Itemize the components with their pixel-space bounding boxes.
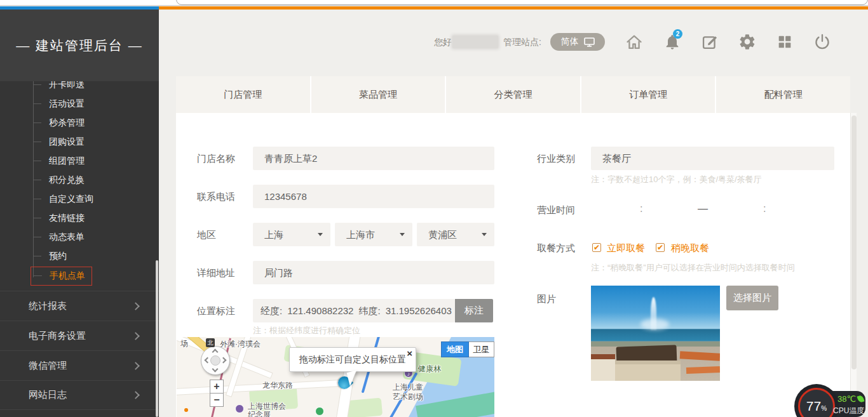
home-button[interactable] bbox=[625, 33, 643, 51]
module-tabbar: 门店管理 菜品管理 分类管理 订单管理 配料管理 bbox=[176, 76, 850, 113]
industry-input[interactable]: 茶餐厅 bbox=[591, 147, 834, 170]
phone-label: 联系电话 bbox=[197, 191, 235, 203]
power-icon bbox=[813, 33, 831, 51]
chevron-right-icon bbox=[132, 302, 140, 310]
tree-stub bbox=[33, 218, 41, 218]
sidebar-item-friend-links[interactable]: 友情链接 bbox=[33, 213, 85, 224]
pickup-later-checkbox[interactable]: ✔ bbox=[656, 243, 665, 252]
tab-ingredient-manage[interactable]: 配料管理 bbox=[715, 76, 850, 113]
industry-label: 行业类别 bbox=[537, 153, 575, 165]
apps-button[interactable] bbox=[776, 33, 794, 51]
sidebar: — 建站管理后台 — 开卡即送 活动设置 秒杀管理 团购设置 组团管理 积分兑换… bbox=[0, 10, 159, 417]
map-view-button[interactable]: 地图 bbox=[441, 341, 469, 357]
mark-location-button[interactable]: 标注 bbox=[455, 299, 493, 322]
tab-category-manage[interactable]: 分类管理 bbox=[445, 76, 580, 113]
pan-left-icon[interactable] bbox=[205, 357, 211, 364]
address-label: 详细地址 bbox=[197, 267, 235, 279]
map-zoom-in-button[interactable]: + bbox=[210, 380, 224, 394]
pickup-now-label[interactable]: 立即取餐 bbox=[607, 242, 645, 255]
map-label-park: 健康林 bbox=[418, 364, 441, 374]
pickup-label: 取餐方式 bbox=[537, 242, 575, 255]
coordinates-field[interactable]: 经度: 121.490882232 纬度: 31.1952626403 bbox=[253, 299, 455, 322]
sidebar-item-mobile-ordering-active[interactable]: 手机点单 bbox=[31, 267, 92, 286]
language-switch-button[interactable]: 简体 bbox=[550, 33, 605, 51]
caret-down-icon bbox=[318, 233, 323, 236]
location-label: 位置标注 bbox=[197, 305, 235, 317]
tab-order-manage[interactable]: 订单管理 bbox=[580, 76, 715, 113]
tree-stub bbox=[33, 256, 41, 256]
logout-button[interactable] bbox=[813, 33, 831, 51]
map-label-road: 龙华东路 bbox=[262, 380, 293, 391]
phone-input[interactable]: 12345678 bbox=[253, 185, 494, 208]
map-pan-control[interactable] bbox=[201, 346, 230, 375]
sidebar-item-wechat-manage[interactable]: 微信管理 bbox=[0, 350, 159, 380]
leaf-icon bbox=[857, 395, 864, 403]
caret-down-icon bbox=[482, 233, 487, 236]
map-label-bund: 外滩·湾璞会 bbox=[220, 339, 261, 350]
sidebar-item-site-logs[interactable]: 网站日志 bbox=[0, 380, 159, 410]
tree-stub bbox=[33, 84, 41, 85]
address-input[interactable]: 局门路 bbox=[253, 261, 494, 284]
pickup-now-checkbox[interactable]: ✔ bbox=[592, 243, 601, 252]
north-indicator: 北 bbox=[206, 338, 215, 347]
tree-stub bbox=[33, 237, 41, 237]
map-label-theater-2: 艺术剧场 bbox=[393, 392, 423, 402]
admin-page: — 建站管理后台 — 开卡即送 活动设置 秒杀管理 团购设置 组团管理 积分兑换… bbox=[0, 0, 868, 417]
park-poi-icon[interactable] bbox=[315, 407, 324, 416]
location-map[interactable]: 外滩·湾璞会 场 龙华东路 健康林 上海世博会 纪念展 上海儿童 艺术剧场 ♪ … bbox=[177, 337, 494, 417]
time-colon: : bbox=[763, 203, 766, 215]
store-name-label: 门店名称 bbox=[197, 153, 235, 165]
sidebar-accent-bar bbox=[0, 6, 159, 10]
time-dash: — bbox=[698, 203, 708, 215]
map-green-area bbox=[346, 398, 383, 417]
settings-button[interactable] bbox=[738, 33, 756, 51]
notifications-button[interactable]: 2 bbox=[663, 33, 681, 51]
sidebar-item-dynamic-forms[interactable]: 动态表单 bbox=[33, 232, 85, 243]
lng-label: 经度: bbox=[261, 299, 282, 322]
map-tooltip: 拖动标注可自定义目标位置 × bbox=[289, 347, 416, 372]
app-title: — 建站管理后台 — bbox=[0, 10, 159, 81]
sidebar-item-team-manage[interactable]: 组团管理 bbox=[33, 156, 85, 167]
map-zoom-out-button[interactable]: − bbox=[210, 393, 224, 407]
time-colon: : bbox=[640, 203, 642, 215]
store-name-input[interactable]: 青青原上草2 bbox=[253, 147, 494, 170]
sidebar-item-group-buy[interactable]: 团购设置 bbox=[33, 136, 85, 148]
pickup-note: 注：“稍晚取餐”用户可以选择在营业时间内选择取餐时间 bbox=[591, 262, 795, 274]
sidebar-item-activity-settings[interactable]: 活动设置 bbox=[33, 98, 85, 110]
district-select[interactable]: 黄浦区 bbox=[417, 223, 494, 246]
pan-right-icon[interactable] bbox=[220, 357, 227, 364]
province-select[interactable]: 上海 bbox=[253, 223, 330, 246]
sidebar-item-custom-query[interactable]: 自定义查询 bbox=[33, 194, 93, 205]
browser-address-bar-edge bbox=[176, 0, 868, 5]
close-icon[interactable]: × bbox=[407, 348, 412, 359]
sidebar-item-reservation[interactable]: 预约 bbox=[33, 251, 67, 262]
tree-stub bbox=[33, 122, 41, 123]
tab-store-manage[interactable]: 门店管理 bbox=[176, 76, 310, 113]
pan-knob[interactable] bbox=[210, 355, 220, 366]
sidebar-scrollbar[interactable] bbox=[156, 260, 158, 417]
chevron-right-icon bbox=[132, 332, 140, 340]
location-note: 注：根据经纬度进行精确定位 bbox=[253, 325, 360, 336]
store-photo-thumbnail bbox=[591, 286, 720, 381]
lng-value: 121.490882232 bbox=[287, 299, 353, 322]
pan-down-icon[interactable] bbox=[212, 366, 219, 373]
edit-button[interactable] bbox=[701, 33, 719, 51]
choose-image-button[interactable]: 选择图片 bbox=[726, 286, 778, 310]
industry-note: 注：字数不超过10个字，例：美食/粤菜/茶餐厅 bbox=[591, 174, 762, 185]
map-dot bbox=[184, 408, 188, 412]
sidebar-item-statistics[interactable]: 统计报表 bbox=[0, 291, 159, 321]
greeting-text: 您好 bbox=[434, 37, 452, 48]
pickup-later-label[interactable]: 稍晚取餐 bbox=[671, 242, 709, 255]
browser-edge-strip bbox=[0, 0, 868, 6]
tab-dish-manage[interactable]: 菜品管理 bbox=[310, 76, 445, 113]
satellite-view-button[interactable]: 卫星 bbox=[469, 341, 494, 357]
pan-up-icon[interactable] bbox=[212, 349, 219, 355]
city-select[interactable]: 上海市 bbox=[335, 223, 412, 246]
content-scrollbar[interactable] bbox=[850, 113, 857, 417]
content-scrollbar-thumb[interactable] bbox=[851, 116, 857, 369]
sidebar-item-ecommerce-settings[interactable]: 电子商务设置 bbox=[0, 321, 159, 350]
manage-site-label: 管理站点: bbox=[503, 37, 541, 48]
museum-poi-icon[interactable] bbox=[235, 404, 244, 413]
sidebar-item-flash-sale[interactable]: 秒杀管理 bbox=[33, 117, 85, 129]
sidebar-item-points-exchange[interactable]: 积分兑换 bbox=[33, 175, 85, 186]
